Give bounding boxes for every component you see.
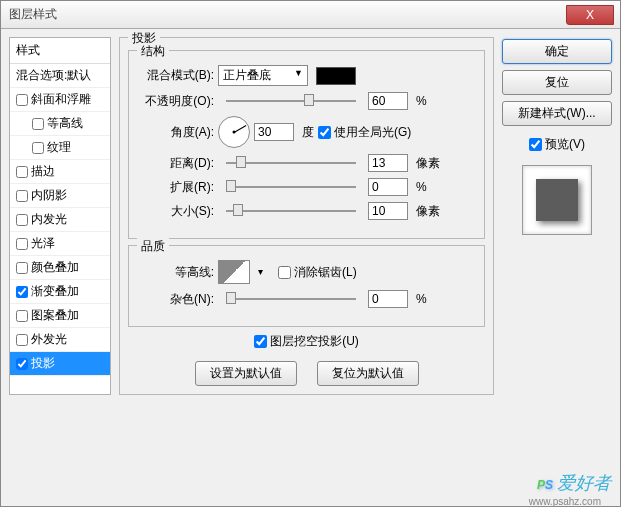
cancel-button[interactable]: 复位 [502,70,612,95]
opacity-slider[interactable] [226,100,356,102]
sidebar-item-9[interactable]: 图案叠加 [10,304,110,328]
sidebar-checkbox-5[interactable] [16,214,28,226]
angle-row: 角度(A): 度 使用全局光(G) [139,116,474,148]
opacity-label: 不透明度(O): [139,93,214,110]
sidebar-item-label: 混合选项:默认 [16,67,91,84]
sidebar-checkbox-9[interactable] [16,310,28,322]
antialias-checkbox[interactable]: 消除锯齿(L) [278,264,357,281]
sidebar-header[interactable]: 样式 [10,38,110,64]
sidebar-item-label: 颜色叠加 [31,259,79,276]
preview-label: 预览(V) [545,136,585,153]
knockout-checkbox[interactable]: 图层挖空投影(U) [254,333,359,350]
preview-input[interactable] [529,138,542,151]
sidebar-item-3[interactable]: 描边 [10,160,110,184]
sidebar-item-label: 渐变叠加 [31,283,79,300]
distance-input[interactable] [368,154,408,172]
preview-swatch [536,179,578,221]
sidebar-item-1[interactable]: 等高线 [10,112,110,136]
titlebar: 图层样式 X [1,1,620,29]
size-label: 大小(S): [139,203,214,220]
distance-label: 距离(D): [139,155,214,172]
sidebar-checkbox-2[interactable] [32,142,44,154]
spread-row: 扩展(R): % [139,178,474,196]
watermark-logo: PS [537,460,553,497]
knockout-input[interactable] [254,335,267,348]
contour-label: 等高线: [139,264,214,281]
size-slider[interactable] [226,210,356,212]
sidebar-item-11[interactable]: 投影 [10,352,110,376]
spread-unit: % [416,180,427,194]
close-button[interactable]: X [566,5,614,25]
angle-input[interactable] [254,123,294,141]
sidebar-checkbox-0[interactable] [16,94,28,106]
sidebar-item-label: 内阴影 [31,187,67,204]
global-light-label: 使用全局光(G) [334,124,411,141]
noise-slider[interactable] [226,298,356,300]
right-panel: 确定 复位 新建样式(W)... 预览(V) [502,37,612,395]
size-unit: 像素 [416,203,440,220]
blend-mode-label: 混合模式(B): [139,67,214,84]
sidebar-item-2[interactable]: 纹理 [10,136,110,160]
sidebar-checkbox-11[interactable] [16,358,28,370]
antialias-label: 消除锯齿(L) [294,264,357,281]
size-row: 大小(S): 像素 [139,202,474,220]
contour-row: 等高线: 消除锯齿(L) [139,260,474,284]
quality-group: 品质 等高线: 消除锯齿(L) 杂色(N): [128,245,485,327]
contour-picker[interactable] [218,260,250,284]
sidebar-item-label: 图案叠加 [31,307,79,324]
sidebar-item-8[interactable]: 渐变叠加 [10,280,110,304]
default-buttons-row: 设置为默认值 复位为默认值 [128,361,485,386]
sidebar-checkbox-3[interactable] [16,166,28,178]
sidebar-checkbox-8[interactable] [16,286,28,298]
sidebar-item-7[interactable]: 颜色叠加 [10,256,110,280]
sidebar-item-10[interactable]: 外发光 [10,328,110,352]
structure-legend: 结构 [137,43,169,60]
reset-default-button[interactable]: 复位为默认值 [317,361,419,386]
styles-sidebar: 样式 混合选项:默认 斜面和浮雕等高线纹理描边内阴影内发光光泽颜色叠加渐变叠加图… [9,37,111,395]
blend-mode-row: 混合模式(B): 正片叠底 [139,65,474,86]
spread-slider[interactable] [226,186,356,188]
angle-unit: 度 [302,124,314,141]
sidebar-item-label: 等高线 [47,115,83,132]
structure-group: 结构 混合模式(B): 正片叠底 不透明度(O): % 角度(A): [128,50,485,239]
shadow-color-swatch[interactable] [316,67,356,85]
opacity-input[interactable] [368,92,408,110]
sidebar-checkbox-1[interactable] [32,118,44,130]
noise-unit: % [416,292,427,306]
set-default-button[interactable]: 设置为默认值 [195,361,297,386]
noise-row: 杂色(N): % [139,290,474,308]
main-panel: 投影 结构 混合模式(B): 正片叠底 不透明度(O): % [115,37,498,395]
spread-label: 扩展(R): [139,179,214,196]
ok-button[interactable]: 确定 [502,39,612,64]
sidebar-checkbox-7[interactable] [16,262,28,274]
size-input[interactable] [368,202,408,220]
sidebar-item-0[interactable]: 斜面和浮雕 [10,88,110,112]
preview-checkbox[interactable]: 预览(V) [529,136,585,153]
angle-label: 角度(A): [139,124,214,141]
layer-style-dialog: 图层样式 X 样式 混合选项:默认 斜面和浮雕等高线纹理描边内阴影内发光光泽颜色… [0,0,621,507]
knockout-row: 图层挖空投影(U) [128,333,485,351]
sidebar-item-label: 外发光 [31,331,67,348]
watermark: PS 爱好者 [537,460,611,497]
sidebar-checkbox-4[interactable] [16,190,28,202]
global-light-checkbox[interactable]: 使用全局光(G) [318,124,411,141]
sidebar-checkbox-10[interactable] [16,334,28,346]
content-area: 样式 混合选项:默认 斜面和浮雕等高线纹理描边内阴影内发光光泽颜色叠加渐变叠加图… [1,29,620,403]
sidebar-item-label: 光泽 [31,235,55,252]
noise-input[interactable] [368,290,408,308]
sidebar-item-5[interactable]: 内发光 [10,208,110,232]
noise-label: 杂色(N): [139,291,214,308]
angle-dial[interactable] [218,116,250,148]
new-style-button[interactable]: 新建样式(W)... [502,101,612,126]
sidebar-item-6[interactable]: 光泽 [10,232,110,256]
distance-slider[interactable] [226,162,356,164]
spread-input[interactable] [368,178,408,196]
sidebar-checkbox-6[interactable] [16,238,28,250]
sidebar-item-4[interactable]: 内阴影 [10,184,110,208]
opacity-unit: % [416,94,427,108]
antialias-input[interactable] [278,266,291,279]
sidebar-blend-default[interactable]: 混合选项:默认 [10,64,110,88]
dialog-title: 图层样式 [9,6,57,23]
blend-mode-select[interactable]: 正片叠底 [218,65,308,86]
global-light-input[interactable] [318,126,331,139]
